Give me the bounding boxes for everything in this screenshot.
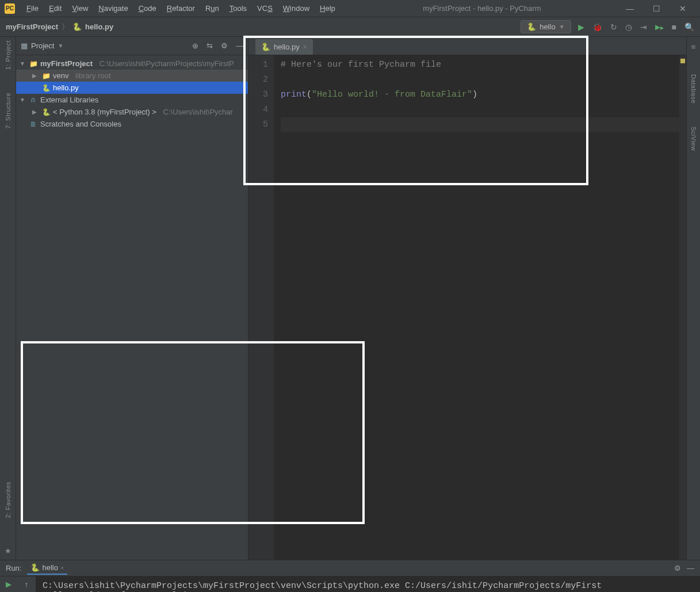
run-actions-console: ↑ ↓ ⤶ ⤓ 🖶 🗑 [17, 576, 36, 592]
toolwindow-project-tab[interactable]: 1: Project [5, 40, 12, 70]
breadcrumb-project[interactable]: myFirstProject [6, 22, 58, 31]
search-everywhere-icon[interactable]: 🔍 [684, 22, 694, 32]
python-file-icon: 🐍 [41, 84, 51, 92]
tree-external-libraries[interactable]: ▼ ⫙ External Libraries [16, 94, 248, 106]
line-number: 3 [251, 87, 268, 102]
tree-root-path: C:\Users\ishit\PycharmProjects\myFirstP [100, 59, 234, 68]
tree-scratches[interactable]: 🗎 Scratches and Consoles [16, 118, 248, 130]
editor-tabs: 🐍 hello.py × [248, 37, 686, 55]
main-menu: File Edit View Navigate Code Refactor Ru… [22, 2, 340, 15]
stop-icon[interactable]: ■ [672, 22, 676, 32]
python-icon: 🐍 [527, 22, 536, 31]
tree-file-hello[interactable]: 🐍 hello.py [16, 82, 248, 94]
menu-view[interactable]: View [67, 2, 93, 15]
debug-button[interactable]: 🐞 [592, 22, 602, 32]
editor-tab-hello[interactable]: 🐍 hello.py × [255, 39, 313, 55]
collapse-arrow-icon[interactable]: ▶ [32, 109, 39, 115]
profile-icon[interactable]: ◷ [625, 22, 632, 32]
tree-venv[interactable]: ▶ 📁 venv library root [16, 70, 248, 82]
tree-python-sdk[interactable]: ▶ 🐍 < Python 3.8 (myFirstProject) > C:\U… [16, 106, 248, 118]
expand-arrow-icon[interactable]: ▼ [20, 97, 26, 103]
line-number: 2 [251, 72, 268, 87]
code-func: print [281, 90, 307, 100]
toolwindow-favorites-tab[interactable]: 2: Favorites [5, 482, 12, 518]
gear-icon[interactable]: ⚙ [221, 41, 228, 50]
rerun-icon[interactable]: ▶ [6, 580, 12, 589]
editor-marker-bar[interactable] [679, 55, 686, 560]
run-console[interactable]: C:\Users\ishit\PycharmProjects\myFirstPr… [36, 576, 700, 592]
breadcrumb-file[interactable]: hello.py [85, 22, 113, 31]
close-tab-icon[interactable]: × [303, 43, 307, 51]
project-view-label[interactable]: Project [31, 41, 54, 50]
editor-code[interactable]: # Here's our first Pycharm file print("H… [274, 55, 686, 560]
folder-icon: 📁 [29, 60, 38, 68]
main-area: 1: Project 7: Structure 2: Favorites ★ ▦… [0, 37, 700, 560]
warning-marker-icon[interactable] [680, 59, 685, 63]
maximize-icon[interactable]: ☐ [651, 4, 662, 13]
menu-window[interactable]: Window [278, 2, 314, 15]
editor-tab-label: hello.py [274, 43, 300, 51]
chevron-right-icon: 〉 [62, 22, 69, 32]
close-icon[interactable]: ✕ [677, 4, 688, 13]
chevron-down-icon: ▼ [559, 24, 565, 30]
code-string: "Hello world! - from DataFlair" [312, 90, 472, 100]
line-number: 5 [251, 117, 268, 132]
line-number: 1 [251, 58, 268, 72]
scratches-icon: 🗎 [29, 120, 38, 128]
pycharm-icon: PC [5, 3, 15, 14]
menu-run[interactable]: Run [201, 2, 224, 15]
editor-body[interactable]: 1 2 3 4 5 # Here's our first Pycharm fil… [248, 55, 686, 560]
close-tab-icon[interactable]: × [60, 564, 64, 571]
hide-icon[interactable]: — [236, 41, 243, 50]
line-number: 4 [251, 102, 268, 117]
up-arrow-icon[interactable]: ↑ [25, 580, 29, 589]
run-config-name: hello [540, 22, 555, 31]
run-with-icon[interactable]: ▶▶ [655, 23, 664, 31]
star-icon: ★ [5, 547, 12, 555]
tree-venv-note: library root [75, 71, 110, 80]
menu-code[interactable]: Code [134, 2, 161, 15]
menu-navigate[interactable]: Navigate [94, 2, 132, 15]
toolwindow-structure-tab[interactable]: 7: Structure [5, 93, 12, 129]
menu-vcs[interactable]: VCS [253, 2, 277, 15]
libraries-icon: ⫙ [29, 96, 38, 104]
run-config-selector[interactable]: 🐍 hello ▼ [521, 20, 571, 33]
tree-root-name: myFirstProject [40, 59, 93, 68]
external-libraries-label: External Libraries [40, 96, 98, 104]
python-icon: 🐍 [41, 108, 51, 116]
python-file-icon: 🐍 [261, 43, 270, 51]
code-comment: # Here's our first Pycharm file [281, 60, 441, 70]
database-icon: ≡ [691, 43, 696, 51]
locate-icon[interactable]: ⊕ [192, 41, 198, 50]
console-line: C:\Users\ishit\PycharmProjects\myFirstPr… [43, 581, 602, 591]
menu-file[interactable]: File [22, 2, 43, 15]
menu-help[interactable]: Help [315, 2, 340, 15]
run-tab[interactable]: 🐍 hello × [27, 562, 67, 575]
tree-root[interactable]: ▼ 📁 myFirstProject C:\Users\ishit\Pychar… [16, 58, 248, 70]
attach-icon[interactable]: ⇥ [640, 22, 647, 32]
python-icon: 🐍 [30, 563, 40, 572]
chevron-down-icon[interactable]: ▼ [58, 43, 63, 49]
menu-edit[interactable]: Edit [44, 2, 66, 15]
run-label: Run: [6, 564, 21, 572]
menu-refactor[interactable]: Refactor [162, 2, 200, 15]
run-button[interactable]: ▶ [578, 22, 584, 32]
run-actions-left: ▶ ■ ⇔ 📌 [0, 576, 17, 592]
toolwindow-database-tab[interactable]: Database [690, 74, 697, 104]
editor: 🐍 hello.py × 1 2 3 4 5 # Here's our firs… [248, 37, 686, 560]
run-tab-label: hello [42, 563, 58, 572]
collapse-arrow-icon[interactable]: ▶ [32, 72, 39, 79]
expand-all-icon[interactable]: ⇆ [206, 41, 213, 50]
gear-icon[interactable]: ⚙ [674, 564, 681, 572]
toolwindow-sciview-tab[interactable]: SciView [690, 127, 697, 151]
run-coverage-icon[interactable]: ↻ [610, 22, 617, 32]
project-view-icon: ▦ [21, 41, 28, 50]
hide-icon[interactable]: — [687, 564, 694, 572]
expand-arrow-icon[interactable]: ▼ [20, 60, 26, 67]
tree-venv-name: venv [53, 71, 68, 80]
project-tree[interactable]: ▼ 📁 myFirstProject C:\Users\ishit\Pychar… [16, 55, 248, 132]
minimize-icon[interactable]: — [624, 4, 636, 13]
breadcrumb[interactable]: myFirstProject 〉 🐍 hello.py [6, 22, 113, 32]
python-sdk-path: C:\Users\ishit\Pychar [163, 108, 233, 116]
menu-tools[interactable]: Tools [225, 2, 251, 15]
